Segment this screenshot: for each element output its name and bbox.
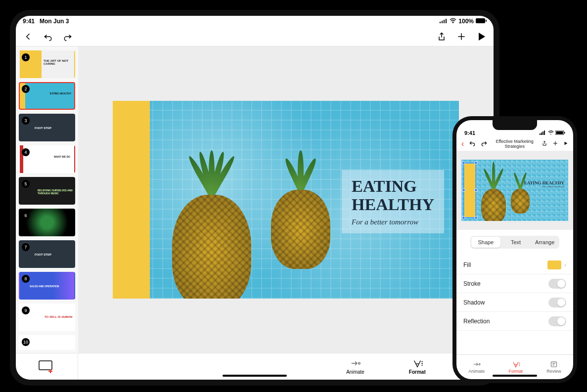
thumbnail-3[interactable]: 3 FOOT STEP bbox=[19, 114, 75, 141]
format-label: Format bbox=[409, 369, 426, 375]
svg-rect-3 bbox=[446, 19, 447, 23]
battery-percent: 100% bbox=[458, 18, 474, 25]
iphone-document-title: Effective Marketing Strategies bbox=[488, 139, 542, 149]
iphone-slide-title: EATING HEALTHY For a better tomorrow bbox=[524, 180, 564, 188]
thumbnail-5[interactable]: 5 BELIEVING OURSELVES AND THROUGH MUSIC bbox=[19, 177, 75, 205]
yellow-shape[interactable] bbox=[113, 101, 150, 299]
stroke-label: Stroke bbox=[463, 280, 481, 287]
svg-rect-2 bbox=[444, 20, 445, 23]
iphone-review-tab[interactable]: Review bbox=[546, 361, 561, 374]
thumbnail-number: 10 bbox=[22, 338, 30, 346]
thumbnail-7[interactable]: 7 FOOT STEP bbox=[19, 240, 75, 268]
toolbar bbox=[16, 27, 494, 46]
svg-rect-1 bbox=[442, 21, 443, 23]
play-button[interactable] bbox=[476, 31, 487, 42]
thumbnail-number: 1 bbox=[22, 53, 30, 61]
svg-rect-9 bbox=[541, 132, 542, 135]
current-slide[interactable]: EATINGHEALTHY For a better tomorrow bbox=[113, 101, 459, 299]
slide-title: EATINGHEALTHY bbox=[352, 177, 434, 214]
fill-label: Fill bbox=[463, 261, 471, 268]
shadow-row[interactable]: Shadow bbox=[456, 293, 573, 312]
stroke-toggle[interactable] bbox=[548, 279, 566, 289]
thumbnail-number: 4 bbox=[22, 148, 30, 156]
undo-button[interactable] bbox=[43, 31, 53, 42]
segment-arrange[interactable]: Arrange bbox=[530, 236, 559, 249]
wifi-icon bbox=[450, 18, 456, 25]
iphone-slide[interactable]: EATING HEALTHY For a better tomorrow bbox=[461, 160, 568, 221]
iphone-share-button[interactable] bbox=[542, 140, 547, 148]
slide-thumbnails[interactable]: 1 THE ART OF NOT CARING 2 EATING HEALTHY… bbox=[16, 46, 78, 353]
thumbnail-6[interactable]: 6 bbox=[19, 209, 75, 236]
slide-canvas[interactable]: EATINGHEALTHY For a better tomorrow bbox=[78, 46, 494, 353]
svg-rect-14 bbox=[556, 131, 563, 134]
shadow-toggle[interactable] bbox=[548, 298, 566, 307]
fill-row[interactable]: Fill › bbox=[456, 256, 573, 274]
reflection-row[interactable]: Reflection bbox=[456, 312, 573, 331]
iphone-home-indicator[interactable] bbox=[493, 375, 537, 377]
status-time: 9:41 bbox=[23, 18, 35, 25]
add-slide-button[interactable] bbox=[16, 353, 78, 380]
thumbnail-label: EATING HEALTHY bbox=[50, 92, 71, 95]
home-indicator[interactable] bbox=[223, 375, 287, 377]
segment-text[interactable]: Text bbox=[501, 236, 531, 249]
pineapple-image bbox=[481, 189, 506, 221]
thumbnail-label: SALES AND OPERATION bbox=[30, 285, 59, 288]
iphone-back-button[interactable]: ‹ bbox=[461, 139, 464, 148]
iphone-animate-tab[interactable]: Animate bbox=[468, 361, 485, 374]
svg-rect-0 bbox=[440, 22, 441, 23]
share-button[interactable] bbox=[436, 31, 447, 42]
svg-rect-6 bbox=[486, 20, 487, 22]
svg-rect-16 bbox=[551, 362, 556, 367]
iphone-add-button[interactable] bbox=[552, 140, 558, 147]
thumbnail-label: FOOT STEP bbox=[35, 253, 51, 256]
slide-text-box[interactable]: EATINGHEALTHY For a better tomorrow bbox=[342, 170, 444, 233]
status-bar: 9:41 Mon Jun 3 100% bbox=[16, 16, 494, 27]
thumbnail-label: WHAT WE DO bbox=[54, 155, 70, 158]
redo-button[interactable] bbox=[62, 31, 73, 42]
iphone-screen: 9:41 ‹ Effective Marketing Strategies bbox=[456, 120, 573, 379]
format-panel: Shape Text Arrange Fill › Stroke Shadow bbox=[456, 230, 573, 354]
svg-point-12 bbox=[550, 134, 551, 135]
iphone-redo-button[interactable] bbox=[481, 140, 488, 147]
thumbnail-1[interactable]: 1 THE ART OF NOT CARING bbox=[19, 50, 75, 78]
iphone-canvas[interactable]: EATING HEALTHY For a better tomorrow bbox=[456, 151, 573, 230]
iphone-play-button[interactable] bbox=[563, 140, 568, 147]
svg-rect-11 bbox=[544, 131, 545, 135]
segment-shape[interactable]: Shape bbox=[471, 237, 500, 248]
thumbnail-number: 7 bbox=[22, 243, 30, 251]
reflection-toggle[interactable] bbox=[548, 316, 566, 326]
thumbnail-8[interactable]: 8 SALES AND OPERATION bbox=[19, 272, 75, 300]
signal-icon bbox=[440, 18, 448, 25]
thumbnail-label: FOOT STEP bbox=[35, 127, 51, 130]
iphone-format-tab[interactable]: Format bbox=[509, 361, 523, 374]
pineapple-image bbox=[172, 195, 251, 299]
fill-swatch[interactable] bbox=[547, 261, 561, 269]
thumbnail-2[interactable]: 2 EATING HEALTHY bbox=[19, 82, 75, 110]
animate-label: Animate bbox=[346, 369, 364, 375]
add-button[interactable] bbox=[456, 31, 467, 42]
thumbnail-9[interactable]: 9 TO SELL IS HUMAN bbox=[19, 304, 75, 331]
thumbnail-label: BELIEVING OURSELVES AND THROUGH MUSIC bbox=[38, 189, 74, 195]
status-left: 9:41 Mon Jun 3 bbox=[23, 18, 69, 25]
svg-rect-15 bbox=[564, 132, 565, 133]
back-button[interactable] bbox=[23, 31, 34, 42]
thumbnail-number: 9 bbox=[22, 306, 30, 314]
iphone-undo-button[interactable] bbox=[469, 140, 476, 147]
format-segment[interactable]: Shape Text Arrange bbox=[470, 236, 559, 249]
iphone-header: ‹ Effective Marketing Strategies bbox=[456, 137, 573, 151]
svg-rect-10 bbox=[542, 131, 543, 135]
iphone-device: 9:41 ‹ Effective Marketing Strategies bbox=[452, 116, 577, 383]
animate-tab[interactable]: Animate bbox=[346, 358, 364, 375]
thumbnail-10[interactable]: 10 bbox=[19, 335, 75, 350]
format-tab[interactable]: Format bbox=[409, 358, 426, 375]
reflection-label: Reflection bbox=[463, 318, 490, 325]
status-right: 100% bbox=[440, 18, 487, 25]
shadow-label: Shadow bbox=[463, 299, 485, 306]
svg-point-4 bbox=[452, 22, 453, 23]
selection-box[interactable] bbox=[463, 163, 476, 218]
thumbnail-4[interactable]: 4 WHAT WE DO bbox=[19, 145, 75, 173]
iphone-status-icons bbox=[540, 130, 565, 136]
stroke-row[interactable]: Stroke bbox=[456, 274, 573, 293]
thumbnail-number: 3 bbox=[22, 117, 30, 125]
bottom-toolbar: Animate Format R bbox=[16, 353, 494, 380]
